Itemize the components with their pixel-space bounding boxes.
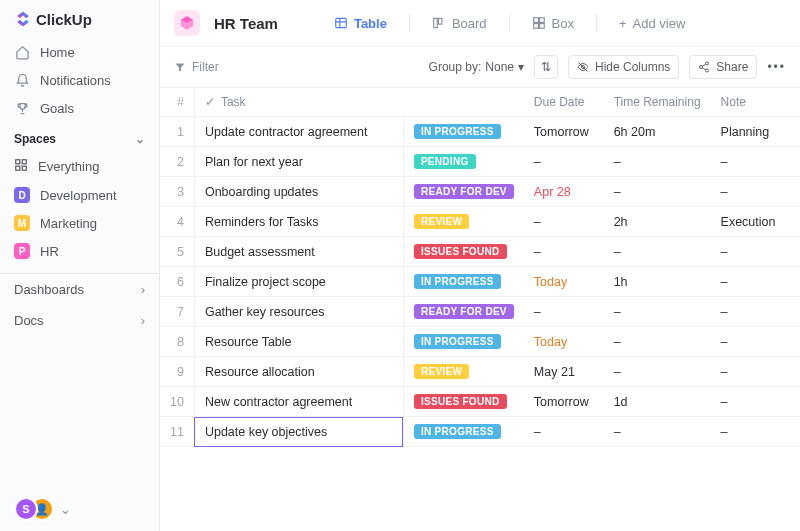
sidebar-docs[interactable]: Docs › [0,305,159,336]
table-row[interactable]: 7Gather key resourcesREADY FOR DEV––– [160,297,800,327]
groupby-button[interactable]: Group by: None ▾ [429,60,524,74]
space-development[interactable]: D Development [0,181,159,209]
due-date-cell[interactable]: – [524,237,604,267]
table-row[interactable]: 8Resource TableIN PROGRESSToday–– [160,327,800,357]
due-date-cell[interactable]: – [524,207,604,237]
note-cell[interactable]: – [711,327,800,357]
view-board[interactable]: Board [424,12,495,35]
task-name-cell[interactable]: Update key objectives [194,417,403,447]
table-row[interactable]: 9Resource allocationREVIEWMay 21–– [160,357,800,387]
task-name-cell[interactable]: Gather key resources [194,297,403,327]
add-view-button[interactable]: + Add view [611,12,693,35]
time-remaining-cell[interactable]: – [604,357,711,387]
view-table-label: Table [354,16,387,31]
col-duedate[interactable]: Due Date [524,88,604,117]
table-row[interactable]: 4Reminders for TasksREVIEW–2hExecution [160,207,800,237]
more-button[interactable]: ••• [767,60,786,74]
task-name-cell[interactable]: Plan for next year [194,147,403,177]
logo[interactable]: ClickUp [0,0,159,38]
table-row[interactable]: 2Plan for next yearPENDING––– [160,147,800,177]
due-date-cell[interactable]: Tomorrow [524,117,604,147]
due-date-cell[interactable]: – [524,417,604,447]
note-cell[interactable]: Execution [711,207,800,237]
nav-goals[interactable]: Goals [0,94,159,122]
status-cell[interactable]: PENDING [403,147,523,177]
time-remaining-cell[interactable]: – [604,327,711,357]
status-cell[interactable]: READY FOR DEV [403,297,523,327]
note-cell[interactable]: – [711,297,800,327]
note-cell[interactable]: – [711,237,800,267]
note-cell[interactable]: – [711,357,800,387]
col-note[interactable]: Note [711,88,800,117]
col-number[interactable]: # [160,88,194,117]
task-name-cell[interactable]: Finalize project scope [194,267,403,297]
table-row[interactable]: 10New contractor agreementISSUES FOUNDTo… [160,387,800,417]
status-cell[interactable]: IN PROGRESS [403,267,523,297]
due-date-cell[interactable]: Today [524,327,604,357]
filter-button[interactable]: Filter [174,60,219,74]
share-button[interactable]: Share [689,55,757,79]
note-cell[interactable]: – [711,267,800,297]
task-name-cell[interactable]: Onboarding updates [194,177,403,207]
note-cell[interactable]: – [711,147,800,177]
status-cell[interactable]: ISSUES FOUND [403,237,523,267]
note-cell[interactable]: – [711,177,800,207]
time-remaining-cell[interactable]: 6h 20m [604,117,711,147]
status-cell[interactable]: IN PROGRESS [403,117,523,147]
task-name-cell[interactable]: New contractor agreement [194,387,403,417]
due-date-cell[interactable]: May 21 [524,357,604,387]
table-row[interactable]: 6Finalize project scopeIN PROGRESSToday1… [160,267,800,297]
space-everything[interactable]: Everything [0,152,159,181]
status-badge: READY FOR DEV [414,304,514,319]
time-remaining-cell[interactable]: 1d [604,387,711,417]
due-date-cell[interactable]: Today [524,267,604,297]
col-time[interactable]: Time Remaining [604,88,711,117]
task-name-cell[interactable]: Update contractor agreement [194,117,403,147]
note-cell[interactable]: – [711,387,800,417]
view-box[interactable]: Box [524,12,582,35]
time-remaining-cell[interactable]: – [604,177,711,207]
status-cell[interactable]: REVIEW [403,207,523,237]
note-cell[interactable]: – [711,417,800,447]
status-badge: PENDING [414,154,476,169]
sort-button[interactable]: ⇅ [534,55,558,79]
svg-rect-4 [336,18,347,27]
time-remaining-cell[interactable]: – [604,417,711,447]
task-name-cell[interactable]: Reminders for Tasks [194,207,403,237]
col-status[interactable] [403,88,523,117]
time-remaining-cell[interactable]: 1h [604,267,711,297]
task-name-cell[interactable]: Resource allocation [194,357,403,387]
due-date-cell[interactable]: – [524,147,604,177]
table-row[interactable]: 1Update contractor agreementIN PROGRESST… [160,117,800,147]
time-remaining-cell[interactable]: – [604,147,711,177]
task-name-cell[interactable]: Budget assessment [194,237,403,267]
due-date-cell[interactable]: Apr 28 [524,177,604,207]
table-row[interactable]: 3Onboarding updatesREADY FOR DEVApr 28–– [160,177,800,207]
task-name-cell[interactable]: Resource Table [194,327,403,357]
note-cell[interactable]: Planning [711,117,800,147]
time-remaining-cell[interactable]: – [604,237,711,267]
status-cell[interactable]: IN PROGRESS [403,327,523,357]
space-badge-marketing: M [14,215,30,231]
due-date-cell[interactable]: Tomorrow [524,387,604,417]
user-avatars[interactable]: S 👤 ⌄ [0,487,159,531]
nav-notifications[interactable]: Notifications [0,66,159,94]
status-cell[interactable]: ISSUES FOUND [403,387,523,417]
status-cell[interactable]: READY FOR DEV [403,177,523,207]
time-remaining-cell[interactable]: 2h [604,207,711,237]
space-hr[interactable]: P HR [0,237,159,265]
view-table[interactable]: Table [326,12,395,35]
bell-icon [14,72,30,88]
nav-home[interactable]: Home [0,38,159,66]
status-cell[interactable]: REVIEW [403,357,523,387]
time-remaining-cell[interactable]: – [604,297,711,327]
table-row[interactable]: 5Budget assessmentISSUES FOUND––– [160,237,800,267]
due-date-cell[interactable]: – [524,297,604,327]
space-marketing[interactable]: M Marketing [0,209,159,237]
col-task[interactable]: ✓Task [194,88,403,117]
status-cell[interactable]: IN PROGRESS [403,417,523,447]
spaces-header[interactable]: Spaces ⌄ [0,122,159,152]
table-row[interactable]: 11Update key objectivesIN PROGRESS––– [160,417,800,447]
sidebar-dashboards[interactable]: Dashboards › [0,274,159,305]
hide-columns-button[interactable]: Hide Columns [568,55,679,79]
